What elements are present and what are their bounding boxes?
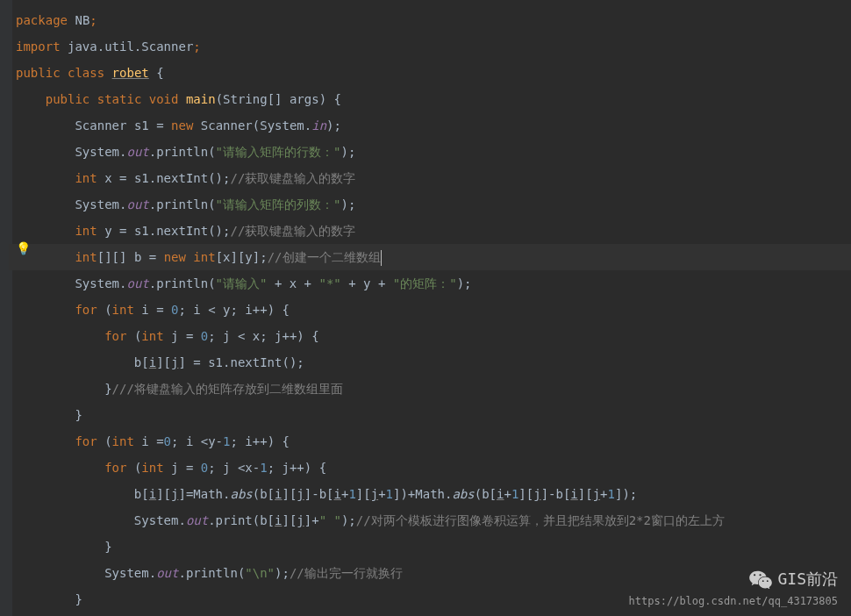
watermark-logo: GIS前沿 [749,569,838,590]
code-line[interactable]: for (int j = 0; j <x-1; j++) { [9,455,851,481]
intention-bulb-icon[interactable]: 💡 [16,241,31,255]
code-line[interactable]: public static void main(String[] args) { [9,86,851,112]
code-line[interactable]: System.out.println("请输入" + x + "*" + y +… [9,270,851,297]
code-line[interactable]: } [9,402,851,428]
code-line[interactable]: System.out.println("\n");//输出完一行就换行 [9,560,851,586]
code-line-active[interactable]: int[][] b = new int[x][y];//创建一个二维数组 [9,244,851,270]
code-line[interactable]: import java.util.Scanner; [9,33,851,60]
code-line[interactable]: Scanner s1 = new Scanner(System.in); [9,112,851,139]
code-line[interactable]: for (int i = 0; i < y; i++) { [9,297,851,323]
code-line[interactable]: for (int j = 0; j < x; j++) { [9,323,851,349]
code-line[interactable]: b[i][j]=Math.abs(b[i][j]-b[i+1][j+1])+Ma… [9,481,851,507]
code-line[interactable]: for (int i =0; i <y-1; i++) { [9,428,851,455]
watermark-url: https://blog.csdn.net/qq_43173805 [629,595,838,607]
code-line[interactable]: int x = s1.nextInt();//获取键盘输入的数字 [9,165,851,191]
code-line[interactable]: } [9,612,851,616]
code-editor[interactable]: package NB; import java.util.Scanner; pu… [0,0,851,616]
code-line[interactable]: } [9,534,851,560]
code-line[interactable]: }///将键盘输入的矩阵存放到二维数组里面 [9,376,851,402]
code-line[interactable]: System.out.println("请输入矩阵的行数："); [9,139,851,165]
wechat-icon [749,569,772,589]
code-line[interactable]: package NB; [9,7,851,33]
code-line[interactable]: public class robet { [9,60,851,86]
text-cursor [381,250,382,266]
code-line[interactable]: System.out.print(b[i][j]+" ");//对两个模板进行图… [9,507,851,534]
code-line[interactable]: b[i][j] = s1.nextInt(); [9,349,851,376]
watermark-text: GIS前沿 [777,569,838,590]
code-line[interactable]: int y = s1.nextInt();//获取键盘输入的数字 [9,218,851,244]
code-line[interactable]: System.out.println("请输入矩阵的列数："); [9,191,851,218]
